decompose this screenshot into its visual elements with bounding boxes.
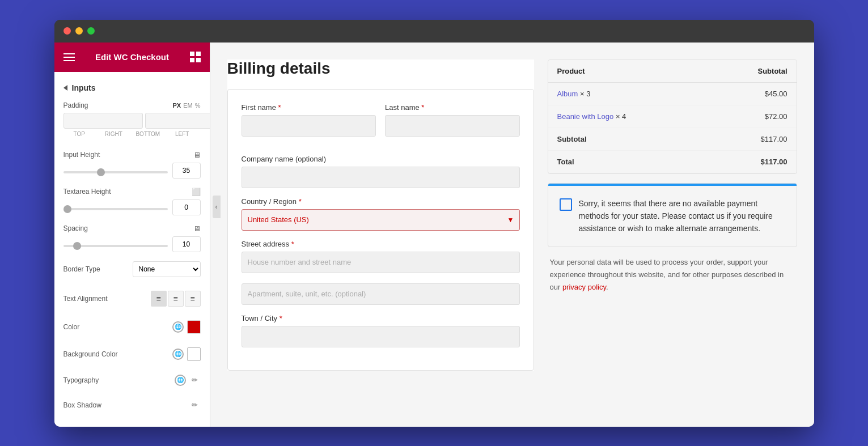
order-table-header: Product Subtotal (548, 60, 797, 83)
table-row: Beanie with Logo × 4 $72.00 (548, 105, 797, 128)
sidebar-content: Inputs Padding PX EM % (54, 72, 210, 427)
input-height-slider[interactable] (63, 171, 168, 173)
product-cell-1: Album × 3 (548, 83, 756, 105)
unit-em[interactable]: EM (183, 102, 193, 109)
spacing-slider[interactable] (63, 245, 168, 247)
total-row: Total $117.00 (548, 151, 797, 173)
total-label: Total (548, 151, 752, 173)
app-layout: Edit WC Checkout Inputs Padding PX (54, 43, 814, 427)
product-col-header: Product (548, 60, 749, 82)
inputs-section[interactable]: Inputs (54, 79, 210, 97)
padding-control: Padding PX EM % (54, 97, 210, 146)
privacy-notice: Your personal data will be used to proce… (548, 256, 797, 294)
bg-globe-icon[interactable]: 🌐 (172, 349, 184, 360)
grid-icon[interactable] (190, 52, 201, 62)
input-height-slider-row (63, 163, 201, 179)
checkout-layout: Billing details First name * (227, 60, 797, 371)
spacing-label: Spacing 🖥 (63, 224, 201, 233)
first-name-label: First name * (242, 103, 376, 112)
qty-1: × 3 (580, 90, 590, 98)
city-label: Town / City * (242, 314, 520, 322)
left-label: LEFT (166, 131, 198, 137)
unit-percent[interactable]: % (195, 102, 201, 109)
close-dot[interactable] (63, 27, 71, 35)
total-value: $117.00 (752, 151, 797, 173)
privacy-policy-link[interactable]: privacy policy (562, 283, 606, 291)
text-alignment-row: Text Alignment ≡ ≡ ≡ (63, 291, 201, 307)
bg-color-swatch[interactable] (187, 347, 201, 361)
spacing-number[interactable] (172, 236, 201, 252)
last-name-required: * (421, 103, 424, 112)
border-type-select[interactable]: None Solid Dashed Dotted (133, 261, 201, 277)
street-input[interactable] (242, 252, 520, 273)
color-control: Color 🌐 (54, 316, 210, 343)
bg-color-swatch-row: 🌐 (172, 347, 201, 361)
spacing-control: Spacing 🖥 (54, 220, 210, 257)
last-name-input[interactable] (385, 115, 520, 137)
textarea-height-label: Textarea Height ⬜ (63, 188, 201, 196)
collapse-tab[interactable]: ‹ (213, 196, 221, 218)
textarea-height-slider[interactable] (63, 208, 168, 210)
spacing-monitor-icon: 🖥 (193, 224, 201, 233)
bg-color-control: Background Color 🌐 (54, 343, 210, 370)
typography-edit-icon[interactable]: ✏ (189, 375, 201, 386)
spacing-slider-row (63, 236, 201, 252)
right-label: RIGHT (98, 131, 130, 137)
sidebar-title: Edit WC Checkout (95, 52, 169, 62)
box-shadow-label: Box Shadow (63, 401, 101, 409)
last-name-group: Last name * (385, 103, 520, 137)
product-cell-2: Beanie with Logo × 4 (548, 105, 756, 128)
box-shadow-edit-icon[interactable]: ✏ (189, 400, 201, 411)
input-height-control: Input Height 🖥 (54, 146, 210, 183)
country-select-wrapper: United States (US) ▼ (242, 209, 520, 231)
first-name-input[interactable] (242, 115, 376, 137)
first-name-required: * (278, 103, 281, 112)
text-alignment-control: Text Alignment ≡ ≡ ≡ (54, 286, 210, 316)
minimize-dot[interactable] (75, 27, 83, 35)
hamburger-icon[interactable] (63, 53, 75, 61)
maximize-dot[interactable] (87, 27, 95, 35)
display-icon: ⬜ (192, 188, 201, 196)
textarea-height-number[interactable] (172, 199, 201, 215)
last-name-label: Last name * (385, 103, 520, 112)
product-link-1[interactable]: Album (557, 90, 578, 98)
input-height-number[interactable] (172, 163, 201, 179)
unit-buttons: PX EM % (173, 102, 201, 109)
align-center-btn[interactable]: ≡ (168, 291, 184, 307)
padding-label: Padding PX EM % (63, 101, 201, 109)
browser-bar (54, 20, 814, 43)
align-right-btn[interactable]: ≡ (185, 291, 201, 307)
apt-input[interactable] (242, 283, 520, 305)
padding-labels: TOP RIGHT BOTTOM LEFT (63, 131, 201, 137)
section-label: Inputs (72, 83, 96, 92)
subtotal-label: Subtotal (548, 128, 752, 150)
city-required: * (280, 314, 282, 322)
first-name-group: First name * (242, 103, 376, 137)
typography-label: Typography (63, 376, 99, 384)
notice-icon (560, 198, 572, 211)
box-shadow-row: Box Shadow ✏ (63, 400, 201, 411)
bg-color-row: Background Color 🌐 (63, 347, 201, 361)
company-input[interactable] (242, 167, 520, 188)
color-swatch-red[interactable] (187, 320, 201, 334)
align-left-btn[interactable]: ≡ (151, 291, 167, 307)
product-link-2[interactable]: Beanie with Logo (557, 112, 614, 121)
color-globe-icon[interactable]: 🌐 (172, 321, 184, 333)
city-input[interactable] (242, 326, 520, 347)
subtotal-cell-1: $45.00 (756, 83, 797, 105)
chevron-left-icon (63, 85, 67, 91)
typography-globe-icon[interactable]: 🌐 (175, 375, 186, 386)
border-type-control: Border Type None Solid Dashed Dotted (54, 257, 210, 286)
unit-px[interactable]: PX (173, 102, 181, 109)
padding-top-input[interactable] (63, 113, 143, 129)
order-summary: Product Subtotal Album × 3 $45.00 (548, 60, 797, 371)
sidebar: Edit WC Checkout Inputs Padding PX (54, 43, 210, 427)
top-label: TOP (63, 131, 96, 137)
subtotal-row: Subtotal $117.00 (548, 128, 797, 151)
country-required: * (299, 197, 302, 206)
box-shadow-control: Box Shadow ✏ (54, 395, 210, 420)
country-select[interactable]: United States (US) (242, 209, 520, 231)
country-label: Country / Region * (242, 197, 520, 206)
textarea-height-slider-container (63, 202, 168, 213)
padding-right-input[interactable] (145, 113, 210, 129)
